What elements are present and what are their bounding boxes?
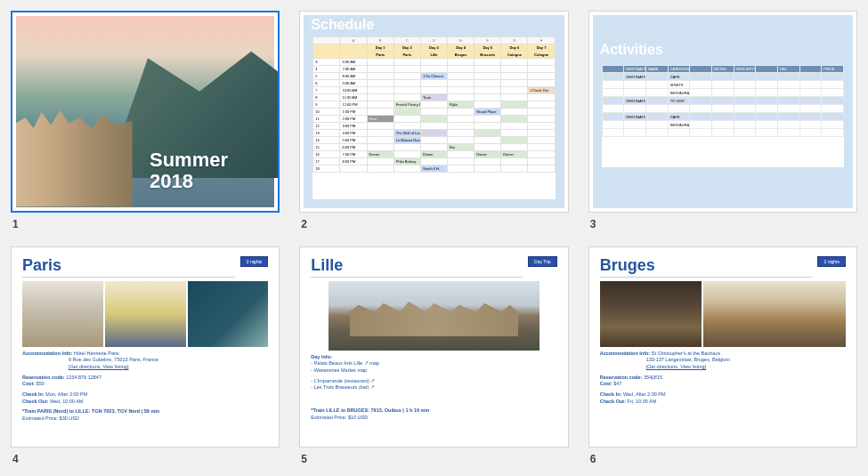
photo-3 (188, 281, 269, 347)
city-title: Bruges (600, 256, 813, 278)
slide-thumbnail-5[interactable]: Lille Day Trip Day Info: - Palais Beaux … (299, 246, 568, 466)
slide-thumbnail-3[interactable]: Activities DESTINATIONNAMECATEGORYNOTESD… (588, 11, 857, 230)
slide-thumbnail-4[interactable]: Paris 2 nights Accommodation Info: Hôtel… (11, 246, 280, 466)
activities-title: Activities (589, 12, 856, 61)
slide-number: 4 (11, 453, 280, 465)
photo-2 (703, 281, 846, 347)
daytrip-badge: Day Trip (528, 256, 557, 267)
cover-image: Summer 2018 (16, 16, 274, 207)
photo-row (311, 281, 556, 351)
slide-3-activities: Activities DESTINATIONNAMECATEGORYNOTESD… (588, 11, 857, 213)
photo-row (22, 281, 268, 347)
slide-number: 5 (299, 453, 568, 465)
schedule-title: Schedule (300, 12, 567, 36)
accommodation-info: Accommodation Info: Hôtel Henriette Pari… (22, 351, 268, 423)
slide-2-schedule: Schedule ABCDEFGH Day 1Day 2Day 3Day 4Da… (299, 11, 568, 213)
nights-badge: 2 nights (240, 256, 269, 267)
slide-5-lille: Lille Day Trip Day Info: - Palais Beaux … (299, 246, 568, 448)
slide-thumbnail-2[interactable]: Schedule ABCDEFGH Day 1Day 2Day 3Day 4Da… (299, 11, 568, 230)
photo-2 (105, 281, 186, 347)
slide-number: 1 (11, 218, 280, 230)
schedule-spreadsheet: ABCDEFGH Day 1Day 2Day 3Day 4Day 5Day 6D… (312, 36, 555, 199)
presentation-title: Summer 2018 (16, 149, 228, 206)
slide-number: 3 (588, 218, 857, 230)
slide-thumbnail-6[interactable]: Bruges 2 nights Accommodation Info: St C… (588, 246, 857, 466)
slide-number: 6 (588, 453, 857, 465)
slide-grid: Summer 2018 1 Schedule ABCDEFGH Day 1Day… (11, 11, 857, 465)
slide-4-paris: Paris 2 nights Accommodation Info: Hôtel… (11, 246, 280, 448)
photo-lille (329, 281, 539, 351)
slide-number: 2 (299, 218, 568, 230)
photo-row (600, 281, 846, 347)
city-title: Lille (311, 256, 523, 278)
nights-badge: 2 nights (817, 256, 846, 267)
day-info: Day Info: - Palais Beaux Arts Lille ↗ ma… (311, 354, 556, 422)
slide-1-cover: Summer 2018 (11, 11, 280, 213)
city-title: Paris (22, 256, 235, 278)
slide-6-bruges: Bruges 2 nights Accommodation Info: St C… (588, 246, 857, 448)
accommodation-info: Accommodation Info: St Christopher's at … (600, 351, 846, 409)
photo-1 (22, 281, 103, 347)
activities-spreadsheet: DESTINATIONNAMECATEGORYNOTESDESCRIPTIONU… (602, 65, 844, 167)
slide-thumbnail-1[interactable]: Summer 2018 1 (11, 11, 280, 230)
photo-1 (600, 281, 702, 347)
